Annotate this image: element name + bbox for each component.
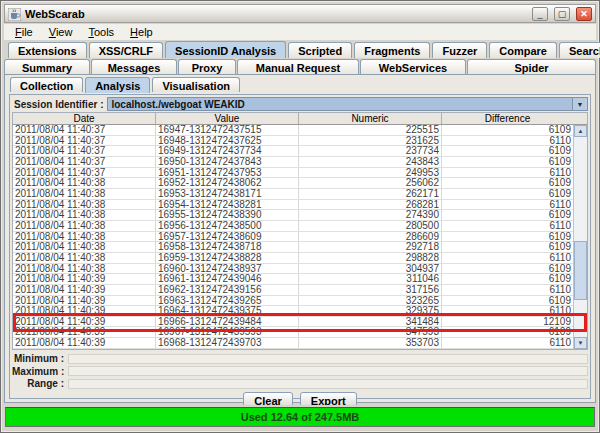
table-row[interactable]: 2011/08/04 11:40:3716950-131247243784324… bbox=[13, 157, 573, 168]
table-cell: 274390 bbox=[299, 210, 442, 220]
table-cell: 2011/08/04 11:40:38 bbox=[13, 178, 156, 188]
menu-view-rest: iew bbox=[56, 26, 73, 38]
tab-spider[interactable]: Spider bbox=[467, 59, 596, 75]
tab-messages[interactable]: Messages bbox=[91, 59, 177, 75]
table-body: 2011/08/04 11:40:3716947-131247243751522… bbox=[13, 125, 573, 349]
chevron-down-icon[interactable]: ▼ bbox=[572, 98, 587, 110]
tab-compare[interactable]: Compare bbox=[489, 42, 557, 58]
tab-summary[interactable]: Summary bbox=[4, 59, 90, 75]
table-row[interactable]: 2011/08/04 11:40:3816956-131247243850028… bbox=[13, 221, 573, 232]
minimum-field bbox=[68, 354, 588, 364]
table-cell: 2011/08/04 11:40:39 bbox=[13, 296, 156, 306]
table-cell: 16968-1312472439703 bbox=[156, 338, 299, 348]
table-cell: 311046 bbox=[299, 274, 442, 284]
session-identifier-select[interactable]: localhost./webgoat WEAKID ▼ bbox=[107, 97, 588, 111]
sessionid-analysis-panel: CollectionAnalysisVisualisation Session … bbox=[4, 74, 596, 403]
table-cell: 292718 bbox=[299, 242, 442, 252]
table-cell: 16967-1312472439593 bbox=[156, 327, 299, 337]
range-label: Range : bbox=[12, 378, 68, 389]
scrollbar-thumb[interactable] bbox=[574, 241, 587, 299]
table-cell: 2011/08/04 11:40:38 bbox=[13, 264, 156, 274]
table-cell: 6109 bbox=[442, 264, 573, 274]
table-cell: 6109 bbox=[442, 296, 573, 306]
table-cell: 16966-1312472439484 bbox=[156, 317, 299, 327]
column-header-difference[interactable]: Difference bbox=[442, 113, 573, 124]
column-header-value[interactable]: Value bbox=[156, 113, 299, 124]
table-row[interactable]: 2011/08/04 11:40:3816954-131247243828126… bbox=[13, 200, 573, 211]
table-row[interactable]: 2011/08/04 11:40:3916964-131247243937532… bbox=[13, 306, 573, 317]
maximize-button[interactable]: ▢ bbox=[554, 7, 570, 21]
table-header-row: DateValueNumericDifference bbox=[13, 113, 587, 125]
table-row[interactable]: 2011/08/04 11:40:3716951-131247243795324… bbox=[13, 168, 573, 179]
table-cell: 16948-1312472437625 bbox=[156, 136, 299, 146]
title-bar[interactable]: WebScarab _ ▢ ✕ bbox=[4, 4, 596, 23]
table-cell: 262171 bbox=[299, 189, 442, 199]
table-cell: 268281 bbox=[299, 200, 442, 210]
close-button[interactable]: ✕ bbox=[576, 7, 592, 21]
table-cell: 2011/08/04 11:40:39 bbox=[13, 306, 156, 316]
table-row[interactable]: 2011/08/04 11:40:3816953-131247243817126… bbox=[13, 189, 573, 200]
table-cell: 16962-1312472439156 bbox=[156, 285, 299, 295]
webscarab-window: WebScarab _ ▢ ✕ File View Tools Help Ext… bbox=[0, 0, 600, 433]
table-row[interactable]: 2011/08/04 11:40:3816955-131247243839027… bbox=[13, 210, 573, 221]
tab-label: Manual Request bbox=[256, 62, 340, 74]
table-scrollbar[interactable]: ▲ ▼ bbox=[573, 125, 587, 349]
tab-scripted[interactable]: Scripted bbox=[288, 42, 352, 58]
table-row[interactable]: 2011/08/04 11:40:3816957-131247243860928… bbox=[13, 232, 573, 243]
table-cell: 329375 bbox=[299, 306, 442, 316]
menu-tools-rest: ools bbox=[94, 26, 114, 38]
menu-file[interactable]: File bbox=[7, 25, 41, 39]
table-row[interactable]: 2011/08/04 11:40:3816959-131247243882829… bbox=[13, 253, 573, 264]
table-row[interactable]: 2011/08/04 11:40:3916961-131247243904631… bbox=[13, 274, 573, 285]
table-row[interactable]: 2011/08/04 11:40:3916966-131247243948434… bbox=[13, 317, 573, 328]
tab-extensions[interactable]: Extensions bbox=[8, 42, 87, 58]
column-header-numeric[interactable]: Numeric bbox=[299, 113, 442, 124]
subtab-analysis[interactable]: Analysis bbox=[85, 77, 150, 93]
tab-search[interactable]: Search bbox=[559, 42, 600, 58]
tab-label: WebServices bbox=[379, 62, 447, 74]
table-row[interactable]: 2011/08/04 11:40:3916968-131247243970335… bbox=[13, 338, 573, 349]
table-row[interactable]: 2011/08/04 11:40:3916962-131247243915631… bbox=[13, 285, 573, 296]
tab-xss-crlf[interactable]: XSS/CRLF bbox=[89, 42, 163, 58]
table-cell: 16961-1312472439046 bbox=[156, 274, 299, 284]
column-header-date[interactable]: Date bbox=[13, 113, 156, 124]
tab-sessionid-analysis[interactable]: SessionID Analysis bbox=[165, 41, 286, 58]
minimize-button[interactable]: _ bbox=[532, 7, 548, 21]
scroll-down-icon[interactable]: ▼ bbox=[574, 337, 587, 349]
menu-help[interactable]: Help bbox=[122, 25, 161, 39]
minimum-row: Minimum : bbox=[12, 353, 588, 364]
tab-fuzzer[interactable]: Fuzzer bbox=[432, 42, 487, 58]
table-cell: 225515 bbox=[299, 125, 442, 135]
tab-label: Visualisation bbox=[162, 80, 230, 92]
table-row[interactable]: 2011/08/04 11:40:3916963-131247243926532… bbox=[13, 296, 573, 307]
tab-webservices[interactable]: WebServices bbox=[360, 59, 466, 75]
table-cell: 249953 bbox=[299, 168, 442, 178]
table-cell: 2011/08/04 11:40:38 bbox=[13, 189, 156, 199]
subtab-collection[interactable]: Collection bbox=[10, 77, 83, 92]
table-cell: 6109 bbox=[442, 242, 573, 252]
menu-file-mnemonic: F bbox=[15, 26, 22, 38]
table-cell: 6110 bbox=[442, 168, 573, 178]
tab-fragments[interactable]: Fragments bbox=[354, 42, 430, 58]
tab-manual-request[interactable]: Manual Request bbox=[237, 59, 359, 75]
table-cell: 6109 bbox=[442, 157, 573, 167]
table-cell: 2011/08/04 11:40:37 bbox=[13, 157, 156, 167]
table-cell: 16958-1312472438718 bbox=[156, 242, 299, 252]
table-cell: 256062 bbox=[299, 178, 442, 188]
menu-help-rest: elp bbox=[138, 26, 153, 38]
table-row[interactable]: 2011/08/04 11:40:3816958-131247243871829… bbox=[13, 242, 573, 253]
menu-tools[interactable]: Tools bbox=[80, 25, 122, 39]
table-row[interactable]: 2011/08/04 11:40:3716948-131247243762523… bbox=[13, 136, 573, 147]
table-row[interactable]: 2011/08/04 11:40:3716949-131247243773423… bbox=[13, 146, 573, 157]
subtab-visualisation[interactable]: Visualisation bbox=[152, 77, 240, 92]
table-row[interactable]: 2011/08/04 11:40:3916967-131247243959334… bbox=[13, 327, 573, 338]
table-cell: 347593 bbox=[299, 327, 442, 337]
table-row[interactable]: 2011/08/04 11:40:3816960-131247243893730… bbox=[13, 264, 573, 275]
scroll-up-icon[interactable]: ▲ bbox=[574, 125, 587, 137]
table-row[interactable]: 2011/08/04 11:40:3716947-131247243751522… bbox=[13, 125, 573, 136]
table-cell: 323265 bbox=[299, 296, 442, 306]
table-cell: 353703 bbox=[299, 338, 442, 348]
menu-view[interactable]: View bbox=[41, 25, 81, 39]
table-row[interactable]: 2011/08/04 11:40:3816952-131247243806225… bbox=[13, 178, 573, 189]
tab-proxy[interactable]: Proxy bbox=[178, 59, 236, 75]
